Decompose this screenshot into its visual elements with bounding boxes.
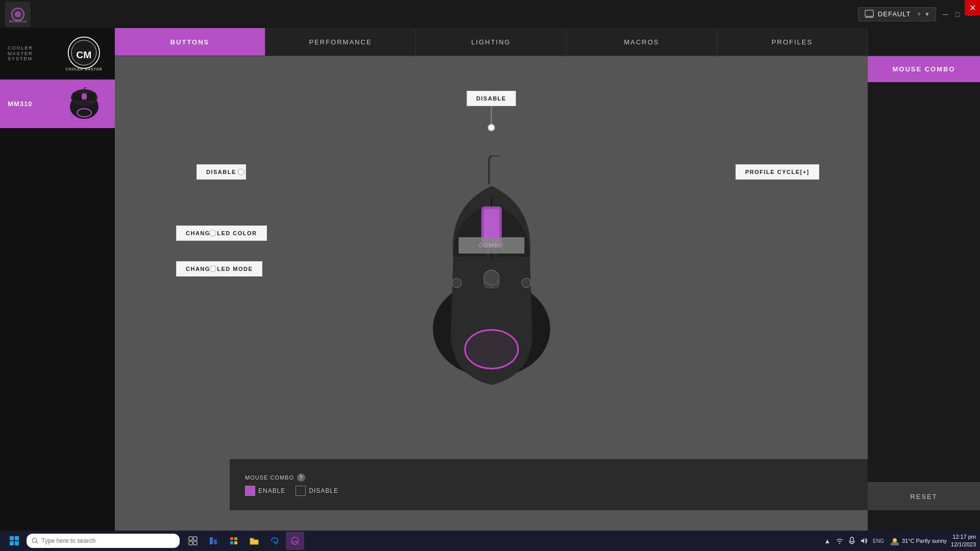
- weather-widget[interactable]: 31°C Partly sunny: [890, 536, 947, 545]
- weather-text: 31°C Partly sunny: [902, 538, 947, 544]
- svg-rect-41: [189, 541, 192, 545]
- nav-tabs: BUTTONS PERFORMANCE LIGHTING MACROS PROF…: [115, 28, 980, 56]
- svg-rect-48: [234, 541, 237, 544]
- svg-rect-4: [865, 10, 873, 16]
- taskbar-coolermaster[interactable]: CM: [286, 532, 304, 550]
- svg-point-53: [893, 538, 897, 542]
- svg-rect-47: [230, 541, 233, 544]
- svg-rect-36: [15, 541, 19, 545]
- enable-checkbox[interactable]: [245, 486, 255, 496]
- connector-line-top: [491, 106, 492, 124]
- tray-show-hidden[interactable]: ▲: [822, 536, 832, 546]
- device-mouse-image: [61, 87, 107, 120]
- maximize-button[interactable]: □: [952, 9, 963, 19]
- change-led-mode-btn[interactable]: CHANGE LED MODE: [176, 261, 262, 277]
- svg-rect-12: [72, 92, 83, 102]
- titlebar-right: DEFAULT + ▾ ─ □ ✕: [858, 7, 975, 21]
- tray-volume[interactable]: [859, 536, 869, 546]
- profile-selector[interactable]: DEFAULT + ▾: [858, 7, 936, 21]
- taskbar-explorer[interactable]: [245, 532, 263, 550]
- device-item-mm310[interactable]: MM310: [0, 80, 115, 128]
- taskbar-store[interactable]: [225, 532, 243, 550]
- combo-group: COMBO: [458, 237, 524, 254]
- main-layout: COOLER MASTER SYSTEM CM COOLER MASTER MM…: [0, 28, 980, 531]
- app-logo-area: MASTERPLUS: [5, 2, 31, 27]
- right-panel-header: [868, 28, 980, 56]
- center-layout: BUTTONS PERFORMANCE LIGHTING MACROS PROF…: [115, 28, 980, 531]
- svg-rect-39: [189, 537, 192, 540]
- svg-point-2: [15, 11, 21, 17]
- profile-dropdown-icon[interactable]: ▾: [925, 10, 929, 18]
- profile-name: DEFAULT: [878, 10, 911, 18]
- mouse-combo-button[interactable]: MOUSE COMBO: [868, 56, 980, 82]
- disable-toggle[interactable]: DISABLE: [296, 486, 338, 496]
- mouse-combo-info: MOUSE COMBO ? ENABLE DISABLE: [245, 473, 338, 496]
- enable-toggle[interactable]: ENABLE: [245, 486, 285, 496]
- tab-performance[interactable]: PERFORMANCE: [265, 28, 416, 56]
- connector-dot-top: [488, 124, 495, 131]
- minimize-button[interactable]: ─: [940, 9, 950, 19]
- svg-rect-43: [210, 537, 213, 544]
- tab-macros[interactable]: MACROS: [567, 28, 717, 56]
- mouse-svg: [410, 156, 573, 421]
- combo-btn[interactable]: COMBO: [458, 237, 524, 254]
- taskbar-icons: CM: [184, 532, 304, 550]
- cooler-master-logo: CM COOLER MASTER: [61, 36, 107, 71]
- combo-toggles: ENABLE DISABLE: [245, 486, 338, 496]
- svg-rect-34: [15, 536, 19, 540]
- system-tray: ▲: [822, 536, 886, 546]
- taskbar-edge[interactable]: [265, 532, 284, 550]
- svg-rect-40: [193, 537, 197, 540]
- svg-text:CM: CM: [292, 540, 297, 543]
- brand-text: COOLER MASTER SYSTEM: [8, 45, 56, 62]
- connector-dot-led-color: [209, 230, 216, 237]
- app-icon: MASTERPLUS: [5, 2, 31, 27]
- svg-rect-44: [214, 539, 217, 544]
- svg-rect-42: [193, 541, 197, 545]
- taskbar: CM ▲: [0, 531, 980, 551]
- corner-close[interactable]: ✕: [965, 0, 980, 15]
- svg-point-23: [452, 279, 461, 288]
- tab-lighting[interactable]: LIGHTING: [416, 28, 567, 56]
- svg-rect-13: [86, 92, 96, 102]
- svg-rect-35: [10, 541, 14, 545]
- profile-cycle-btn[interactable]: PROFILE CYCLE[+]: [736, 164, 819, 180]
- mouse-combo-title: MOUSE COMBO ?: [245, 473, 338, 482]
- svg-rect-45: [230, 537, 233, 540]
- svg-point-24: [522, 279, 531, 288]
- reset-button[interactable]: RESET: [868, 482, 980, 510]
- svg-rect-51: [850, 537, 853, 542]
- svg-text:MASTERPLUS: MASTERPLUS: [9, 20, 27, 23]
- sidebar: COOLER MASTER SYSTEM CM COOLER MASTER MM…: [0, 28, 115, 531]
- disable-top-btn[interactable]: DISABLE: [467, 91, 516, 106]
- taskbar-widgets[interactable]: [204, 532, 223, 550]
- taskbar-right: ▲: [822, 533, 976, 549]
- add-profile-icon[interactable]: +: [917, 10, 921, 18]
- search-bar[interactable]: [27, 534, 180, 548]
- svg-point-22: [484, 270, 499, 286]
- help-icon[interactable]: ?: [297, 473, 305, 482]
- start-button[interactable]: [4, 532, 24, 550]
- tab-profiles[interactable]: PROFILES: [717, 28, 868, 56]
- disable-top-group: DISABLE: [467, 91, 516, 131]
- sidebar-empty: [0, 128, 115, 531]
- sidebar-header: COOLER MASTER SYSTEM CM COOLER MASTER: [0, 28, 115, 80]
- change-led-color-btn[interactable]: CHANGE LED COLOR: [176, 226, 267, 241]
- svg-rect-14: [82, 93, 87, 99]
- disable-left-group: DISABLE: [197, 168, 244, 176]
- tray-mic[interactable]: [847, 536, 857, 546]
- tab-buttons[interactable]: BUTTONS: [115, 28, 265, 56]
- search-input[interactable]: [41, 537, 175, 544]
- disable-checkbox[interactable]: [296, 486, 306, 496]
- svg-point-26: [465, 330, 518, 369]
- svg-text:CM: CM: [77, 49, 92, 60]
- tray-lang[interactable]: ENG: [871, 536, 886, 546]
- device-name: MM310: [8, 100, 55, 108]
- right-panel: MOUSE COMBO: [868, 56, 980, 531]
- led-mode-group: CHANGE LED MODE: [176, 265, 216, 272]
- led-color-group: CHANGE LED COLOR: [176, 230, 216, 237]
- svg-rect-46: [234, 537, 237, 540]
- tray-network[interactable]: [835, 536, 845, 546]
- clock[interactable]: 12:17 pm 12/1/2023: [951, 533, 976, 549]
- taskbar-taskview[interactable]: [184, 532, 202, 550]
